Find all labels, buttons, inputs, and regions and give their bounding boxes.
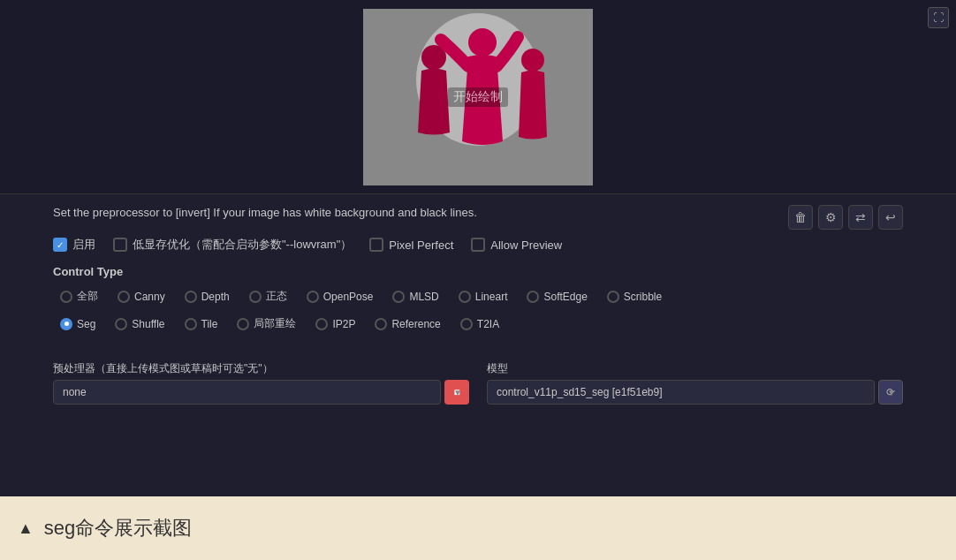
radio-depth-label: Depth [201, 291, 230, 303]
control-type-section: Control Type 全部 Canny Depth 正态 [53, 265, 903, 335]
radio-seg-circle [60, 318, 72, 330]
image-canvas: 开始绘制 [363, 9, 593, 185]
radio-canny-circle [118, 291, 130, 303]
radio-tile-label: Tile [201, 318, 218, 330]
main-panel: 开始绘制 ⛶ Set the preprocessor to [invert] … [0, 0, 956, 496]
radio-local-redraw[interactable]: 局部重绘 [230, 313, 303, 335]
lowvram-label: 低显存优化（需配合启动参数"--lowvram"） [133, 237, 352, 253]
hint-toolbar-row: Set the preprocessor to [invert] If your… [53, 205, 903, 230]
allow-preview-label: Allow Preview [490, 238, 562, 252]
model-group: 模型 control_v11p_sd15_seg [e1f51eb9] ▼ ⟳ [487, 361, 903, 405]
radio-seg-label: Seg [77, 318, 95, 330]
radio-depth-circle [185, 291, 197, 303]
preprocessor-group: 预处理器（直接上传模式图或草稿时可选"无"） none ▼ ■ [53, 361, 469, 405]
radio-lineart-circle [459, 291, 471, 303]
radio-all-circle [60, 291, 72, 303]
radio-scribble-label: Scribble [624, 291, 662, 303]
radio-tile[interactable]: Tile [178, 313, 225, 335]
control-type-row1: 全部 Canny Depth 正态 OpenPose [53, 285, 903, 307]
radio-scribble-circle [607, 291, 619, 303]
enable-checkbox[interactable]: 启用 [53, 237, 95, 253]
radio-mlsd-label: MLSD [409, 291, 438, 303]
radio-reference-circle [375, 318, 387, 330]
bottom-section: 预处理器（直接上传模式图或草稿时可选"无"） none ▼ ■ 模型 contr… [0, 361, 956, 405]
radio-t2ia[interactable]: T2IA [453, 313, 506, 335]
image-area: 开始绘制 ⛶ [0, 0, 956, 194]
pixel-perfect-checkbox[interactable]: Pixel Perfect [369, 238, 453, 252]
allow-preview-checkbox[interactable]: Allow Preview [471, 238, 562, 252]
radio-all[interactable]: 全部 [53, 285, 105, 307]
error-icon: ■ [453, 386, 459, 398]
lowvram-checkbox[interactable]: 低显存优化（需配合启动参数"--lowvram"） [113, 237, 352, 253]
radio-ip2p-circle [315, 318, 328, 330]
trash-icon: 🗑 [794, 210, 807, 224]
radio-t2ia-label: T2IA [477, 318, 499, 330]
expand-button[interactable]: ⛶ [928, 7, 949, 28]
back-button[interactable]: ↩ [878, 205, 903, 230]
radio-pose-circle [249, 291, 262, 303]
model-refresh-icon: ⟳ [886, 386, 895, 398]
radio-lineart[interactable]: Lineart [451, 285, 515, 307]
pixel-perfect-checkbox-box[interactable] [369, 238, 383, 252]
svg-point-4 [521, 49, 544, 72]
settings-icon: ⚙ [825, 210, 837, 224]
radio-all-label: 全部 [77, 289, 98, 304]
radio-shuffle[interactable]: Shuffle [108, 313, 171, 335]
radio-softedge-label: SoftEdge [543, 291, 587, 303]
radio-openpose-circle [307, 291, 319, 303]
toolbar-buttons: 🗑 ⚙ ⇄ ↩ [788, 205, 903, 230]
refresh-button[interactable]: ⇄ [848, 205, 873, 230]
enable-label: 启用 [72, 237, 95, 253]
trash-button[interactable]: 🗑 [788, 205, 813, 230]
footer-text: seg命令展示截图 [44, 515, 192, 541]
radio-t2ia-circle [460, 318, 473, 330]
radio-mlsd-circle [392, 291, 405, 303]
radio-softedge-circle [527, 291, 539, 303]
radio-ip2p[interactable]: IP2P [308, 313, 362, 335]
refresh-icon: ⇄ [855, 210, 866, 224]
radio-mlsd[interactable]: MLSD [385, 285, 445, 307]
radio-canny[interactable]: Canny [110, 285, 172, 307]
radio-shuffle-label: Shuffle [132, 318, 164, 330]
model-label: 模型 [487, 361, 903, 376]
radio-openpose[interactable]: OpenPose [300, 285, 381, 307]
control-type-label: Control Type [53, 265, 903, 278]
radio-tile-circle [185, 318, 197, 330]
model-refresh-btn[interactable]: ⟳ [878, 380, 903, 405]
radio-seg[interactable]: Seg [53, 313, 102, 335]
hint-text: Set the preprocessor to [invert] If your… [53, 205, 477, 221]
radio-local-redraw-circle [237, 318, 249, 330]
preprocessor-select[interactable]: none [53, 380, 441, 405]
radio-pose[interactable]: 正态 [242, 285, 294, 307]
preprocessor-select-wrapper: none ▼ ■ [53, 380, 469, 405]
radio-openpose-label: OpenPose [323, 291, 374, 303]
svg-point-3 [468, 28, 497, 57]
model-select[interactable]: control_v11p_sd15_seg [e1f51eb9] [487, 380, 875, 405]
back-icon: ↩ [885, 210, 896, 224]
radio-canny-label: Canny [134, 291, 165, 303]
radio-shuffle-circle [115, 318, 127, 330]
controls-area: Set the preprocessor to [invert] If your… [0, 194, 956, 351]
control-type-row2: Seg Shuffle Tile 局部重绘 IP2P [53, 313, 903, 335]
radio-depth[interactable]: Depth [178, 285, 237, 307]
radio-reference-label: Reference [391, 318, 440, 330]
preprocessor-error-btn[interactable]: ■ [444, 380, 469, 405]
settings-button[interactable]: ⚙ [818, 205, 843, 230]
radio-reference[interactable]: Reference [368, 313, 447, 335]
enable-checkbox-box[interactable] [53, 238, 67, 252]
preprocessor-label: 预处理器（直接上传模式图或草稿时可选"无"） [53, 361, 469, 376]
radio-lineart-label: Lineart [475, 291, 508, 303]
watermark-text: 开始绘制 [448, 87, 508, 107]
lowvram-checkbox-box[interactable] [113, 238, 127, 252]
footer-triangle-icon: ▲ [18, 519, 34, 538]
checkboxes-row: 启用 低显存优化（需配合启动参数"--lowvram"） Pixel Perfe… [53, 237, 903, 253]
model-select-wrapper: control_v11p_sd15_seg [e1f51eb9] ▼ ⟳ [487, 380, 903, 405]
footer-bar: ▲ seg命令展示截图 [0, 496, 956, 560]
radio-pose-label: 正态 [266, 289, 287, 304]
radio-ip2p-label: IP2P [332, 318, 355, 330]
allow-preview-checkbox-box[interactable] [471, 238, 485, 252]
radio-scribble[interactable]: Scribble [600, 285, 669, 307]
radio-softedge[interactable]: SoftEdge [520, 285, 594, 307]
pixel-perfect-label: Pixel Perfect [389, 238, 453, 252]
radio-local-redraw-label: 局部重绘 [254, 316, 296, 331]
